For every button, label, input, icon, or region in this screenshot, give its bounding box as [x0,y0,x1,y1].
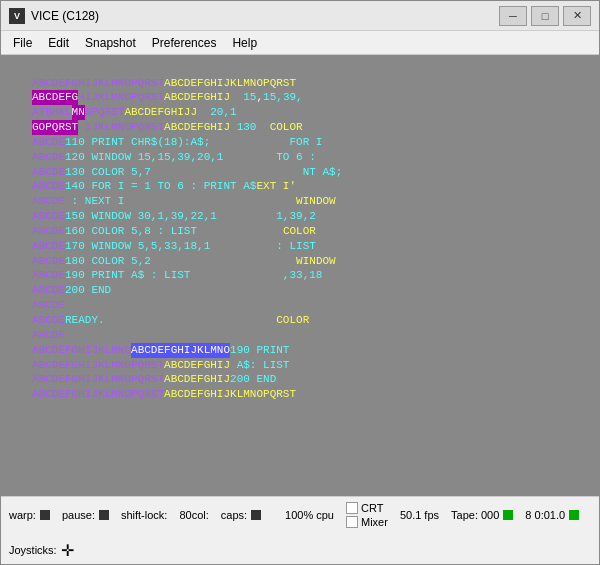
caps-led [251,510,261,520]
crt-mixer-section: CRT Mixer [346,502,388,528]
joystick-icon: ✛ [61,541,74,560]
joystick-section: Joysticks: ✛ [9,541,74,560]
screen-area: ABCDEFGHIJKLMNOPQRSTABCDEFGHIJKLMNOPQRST… [1,55,599,496]
cpu-label: 100% cpu [285,509,334,521]
counter-label: 8 0:01.0 [525,509,565,521]
counter-led [569,510,579,520]
window-title: VICE (C128) [31,9,499,23]
warp-label: warp: [9,509,36,521]
shiftlock-section: shift-lock: [121,509,167,521]
screen-content: ABCDEFGHIJKLMNOPQRSTABCDEFGHIJKLMNOPQRST… [32,76,568,403]
crt-label: CRT [361,502,383,514]
pause-section: pause: [62,509,109,521]
col-section: 80col: [179,509,208,521]
window-controls: ─ □ ✕ [499,6,591,26]
title-bar: V VICE (C128) ─ □ ✕ [1,1,599,31]
maximize-button[interactable]: □ [531,6,559,26]
app-icon: V [9,8,25,24]
shiftlock-label: shift-lock: [121,509,167,521]
close-button[interactable]: ✕ [563,6,591,26]
menu-snapshot[interactable]: Snapshot [77,34,144,52]
tape-label: Tape: 000 [451,509,499,521]
menu-preferences[interactable]: Preferences [144,34,225,52]
menu-file[interactable]: File [5,34,40,52]
minimize-button[interactable]: ─ [499,6,527,26]
fps-section: 50.1 fps [400,509,439,521]
mixer-checkbox[interactable] [346,516,358,528]
status-bar: warp: pause: shift-lock: 80col: caps: 10… [1,496,599,564]
joystick-label: Joysticks: [9,544,57,556]
counter-section: 8 0:01.0 [525,509,579,521]
menu-bar: File Edit Snapshot Preferences Help [1,31,599,55]
menu-help[interactable]: Help [224,34,265,52]
fps-label: 50.1 fps [400,509,439,521]
c64-display: ABCDEFGHIJKLMNOPQRSTABCDEFGHIJKLMNOPQRST… [20,66,580,486]
mixer-label: Mixer [361,516,388,528]
col-label: 80col: [179,509,208,521]
menu-edit[interactable]: Edit [40,34,77,52]
warp-led [40,510,50,520]
caps-label: caps: [221,509,247,521]
main-window: V VICE (C128) ─ □ ✕ File Edit Snapshot P… [0,0,600,565]
pause-label: pause: [62,509,95,521]
warp-section: warp: [9,509,50,521]
tape-led [503,510,513,520]
pause-led [99,510,109,520]
mixer-row: Mixer [346,516,388,528]
tape-section: Tape: 000 [451,509,513,521]
crt-checkbox[interactable] [346,502,358,514]
crt-row: CRT [346,502,388,514]
cpu-section: 100% cpu [285,509,334,521]
caps-section: caps: [221,509,261,521]
